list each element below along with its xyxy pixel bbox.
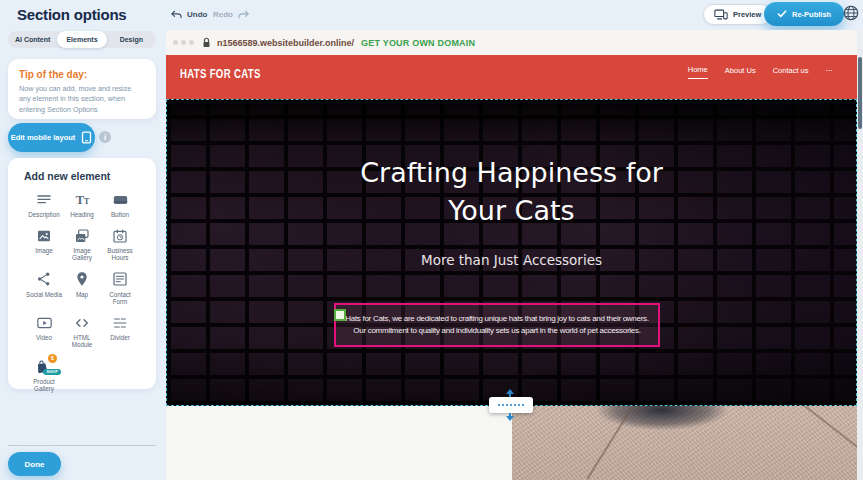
- get-your-own-domain-link[interactable]: GET YOUR OWN DOMAIN: [361, 38, 475, 48]
- video-icon: [36, 314, 53, 331]
- next-section-background: [166, 406, 512, 480]
- element-label: Image Gallery: [63, 247, 101, 261]
- globe-icon: [842, 4, 860, 22]
- page-title: Section options: [17, 6, 127, 23]
- arrow-up-icon: [506, 389, 514, 394]
- tab-elements[interactable]: Elements: [57, 31, 106, 48]
- add-new-element-card: Add new element Description TT Heading B…: [8, 158, 156, 389]
- done-label: Done: [25, 460, 45, 469]
- image-icon: [36, 227, 52, 244]
- language-globe-button[interactable]: [842, 4, 860, 22]
- element-grid: Description TT Heading Button Image: [25, 191, 156, 392]
- hero-section[interactable]: Crafting Happiness for Your Cats More th…: [166, 99, 857, 406]
- republish-label: Re-Publish: [792, 10, 831, 19]
- add-element-image-gallery[interactable]: Image Gallery: [63, 227, 101, 261]
- add-element-map[interactable]: Map: [63, 271, 101, 305]
- lock-icon: [202, 37, 211, 48]
- nav-link-about-us[interactable]: About Us: [725, 66, 756, 79]
- tab-label: Design: [120, 36, 143, 43]
- add-element-heading[interactable]: TT Heading: [63, 191, 101, 218]
- shop-badge: SHOP: [43, 369, 61, 375]
- grip-dots-icon: [498, 404, 524, 406]
- mobile-phone-icon: [81, 131, 92, 144]
- selected-paragraph-element[interactable]: Hats for Cats, we are dedicated to craft…: [334, 303, 660, 347]
- preview-scrollbar-thumb[interactable]: [858, 57, 862, 129]
- edit-mobile-layout-button[interactable]: Edit mobile layout: [8, 123, 95, 152]
- code-icon: [74, 314, 90, 331]
- element-label: HTML Module: [63, 334, 101, 348]
- carpet-seam: [587, 406, 641, 480]
- heading-icon: TT: [74, 191, 91, 208]
- nav-link-contact-us[interactable]: Contact us: [773, 66, 809, 79]
- browser-address-bar: n1566589.websitebuilder.online/ GET YOUR…: [166, 30, 857, 55]
- site-header: HATS FOR CATS Home About Us Contact us ⋯: [166, 55, 857, 99]
- arrow-down-icon: [506, 416, 514, 421]
- divider-icon: [112, 314, 128, 331]
- tab-label: AI Content: [15, 36, 50, 43]
- add-element-button[interactable]: Button: [101, 191, 139, 218]
- add-element-image[interactable]: Image: [25, 227, 63, 261]
- window-dots-icon: [173, 40, 194, 45]
- undo-icon: [170, 9, 183, 20]
- element-label: Button: [111, 211, 129, 218]
- add-element-contact-form[interactable]: Contact Form: [101, 271, 139, 305]
- hero-subheading[interactable]: More than Just Accessories: [167, 252, 856, 268]
- tab-ai-content[interactable]: AI Content: [8, 31, 57, 48]
- section-resize-handle[interactable]: [489, 397, 533, 413]
- tab-design[interactable]: Design: [107, 31, 156, 48]
- panel-tabs: AI Content Elements Design: [8, 31, 156, 48]
- tab-label: Elements: [66, 36, 97, 43]
- add-element-business-hours[interactable]: Business Hours: [101, 227, 139, 261]
- product-gallery-icon: $ SHOP: [34, 358, 54, 375]
- element-label: Business Hours: [101, 247, 139, 261]
- panel-divider: [8, 445, 156, 446]
- website-builder-app: Section options Undo Redo Preview Re-Pub…: [0, 0, 863, 480]
- devices-icon: [714, 9, 728, 20]
- redo-label: Redo: [213, 10, 233, 19]
- hero-heading-text: Crafting Happiness for Your Cats: [339, 154, 684, 231]
- element-label: Product Gallery: [25, 378, 63, 392]
- done-button[interactable]: Done: [8, 452, 61, 476]
- element-label: Map: [76, 291, 88, 298]
- redo-button[interactable]: Redo: [213, 9, 250, 20]
- preview-label: Preview: [733, 10, 761, 19]
- nav-more-icon[interactable]: ⋯: [826, 66, 834, 79]
- add-element-title: Add new element: [24, 170, 156, 182]
- undo-button[interactable]: Undo: [170, 9, 207, 20]
- preview-button[interactable]: Preview: [703, 4, 772, 25]
- svg-text:T: T: [83, 196, 89, 206]
- add-element-description[interactable]: Description: [25, 191, 63, 218]
- check-icon: [777, 10, 787, 18]
- text-lines-icon: [36, 191, 52, 208]
- element-label: Description: [28, 211, 60, 218]
- contact-form-icon: [112, 271, 128, 288]
- site-logo[interactable]: HATS FOR CATS: [180, 67, 261, 81]
- add-element-social-media[interactable]: Social Media: [25, 271, 63, 305]
- add-element-product-gallery[interactable]: $ SHOP Product Gallery: [25, 358, 63, 392]
- share-icon: [36, 271, 52, 288]
- element-label: Video: [36, 334, 52, 341]
- add-element-divider[interactable]: Divider: [101, 314, 139, 348]
- nav-link-home[interactable]: Home: [688, 65, 708, 79]
- info-icon[interactable]: i: [99, 131, 111, 143]
- add-element-video[interactable]: Video: [25, 314, 63, 348]
- carpet-seam: [794, 406, 857, 472]
- add-element-html-module[interactable]: HTML Module: [63, 314, 101, 348]
- redo-icon: [237, 9, 250, 20]
- element-label: Social Media: [26, 291, 62, 298]
- next-section-carpet-image: [512, 406, 857, 480]
- site-nav: Home About Us Contact us ⋯: [688, 65, 833, 79]
- element-label: Image: [35, 247, 53, 254]
- republish-button[interactable]: Re-Publish: [764, 2, 844, 26]
- element-label: Contact Form: [101, 291, 139, 305]
- tip-body: Now you can add, move and resize any ele…: [19, 84, 144, 115]
- new-badge-dot: $: [48, 354, 57, 363]
- tip-title: Tip of the day:: [19, 69, 144, 80]
- button-icon: [112, 191, 129, 208]
- hero-heading[interactable]: Crafting Happiness for Your Cats: [167, 154, 856, 231]
- selection-handle[interactable]: [334, 309, 346, 321]
- site-url: n1566589.websitebuilder.online/: [217, 38, 354, 48]
- tip-of-the-day-card: Tip of the day: Now you can add, move an…: [8, 59, 156, 119]
- business-hours-icon: [112, 227, 128, 244]
- element-label: Heading: [70, 211, 93, 218]
